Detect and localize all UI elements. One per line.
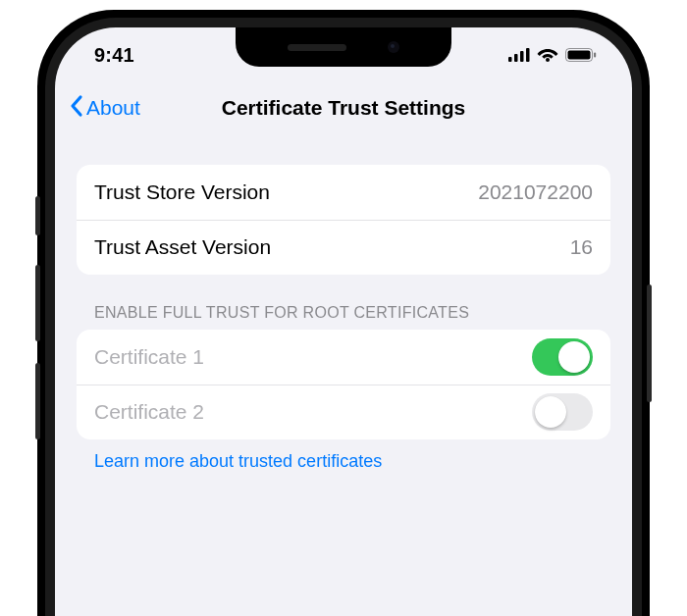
power-button <box>647 284 652 402</box>
wifi-icon <box>537 44 558 67</box>
svg-rect-3 <box>526 48 530 62</box>
volume-up-button <box>35 265 40 341</box>
page-title: Certificate Trust Settings <box>67 96 620 120</box>
row-label: Certificate 2 <box>94 400 204 424</box>
certificate-2-row: Certificate 2 <box>77 385 610 439</box>
trust-store-version-row: Trust Store Version 2021072200 <box>77 165 610 220</box>
version-info-group: Trust Store Version 2021072200 Trust Ass… <box>77 165 610 275</box>
toggle-knob <box>558 341 590 373</box>
svg-rect-2 <box>520 51 524 62</box>
notch <box>236 27 451 67</box>
certificate-1-toggle[interactable] <box>532 338 593 376</box>
back-button[interactable]: About <box>69 94 140 123</box>
svg-rect-6 <box>568 50 591 59</box>
certificate-2-toggle[interactable] <box>532 393 593 431</box>
section-header: ENABLE FULL TRUST FOR ROOT CERTIFICATES <box>77 275 610 330</box>
volume-down-button <box>35 363 40 439</box>
mute-switch <box>35 196 40 235</box>
phone-frame: 9:41 <box>37 10 650 616</box>
row-label: Trust Asset Version <box>94 235 271 259</box>
row-value: 2021072200 <box>478 180 593 204</box>
screen: 9:41 <box>55 27 632 616</box>
svg-rect-1 <box>514 54 518 62</box>
navigation-bar: About Certificate Trust Settings <box>55 82 632 133</box>
chevron-left-icon <box>69 94 84 123</box>
certificate-1-row: Certificate 1 <box>77 330 610 385</box>
front-camera <box>388 41 399 53</box>
certificate-trust-group: Certificate 1 Certificate 2 <box>77 330 610 439</box>
toggle-knob <box>535 396 566 428</box>
back-label: About <box>86 96 140 120</box>
status-time: 9:41 <box>94 44 134 67</box>
svg-rect-0 <box>508 57 512 62</box>
svg-point-4 <box>546 58 550 62</box>
row-label: Trust Store Version <box>94 180 270 204</box>
speaker <box>288 44 346 51</box>
svg-rect-7 <box>594 52 596 57</box>
row-value: 16 <box>570 235 593 259</box>
battery-icon <box>565 44 597 67</box>
learn-more-link[interactable]: Learn more about trusted certificates <box>77 439 610 472</box>
row-label: Certificate 1 <box>94 345 204 369</box>
trust-asset-version-row: Trust Asset Version 16 <box>77 220 610 275</box>
cellular-signal-icon <box>508 44 530 67</box>
